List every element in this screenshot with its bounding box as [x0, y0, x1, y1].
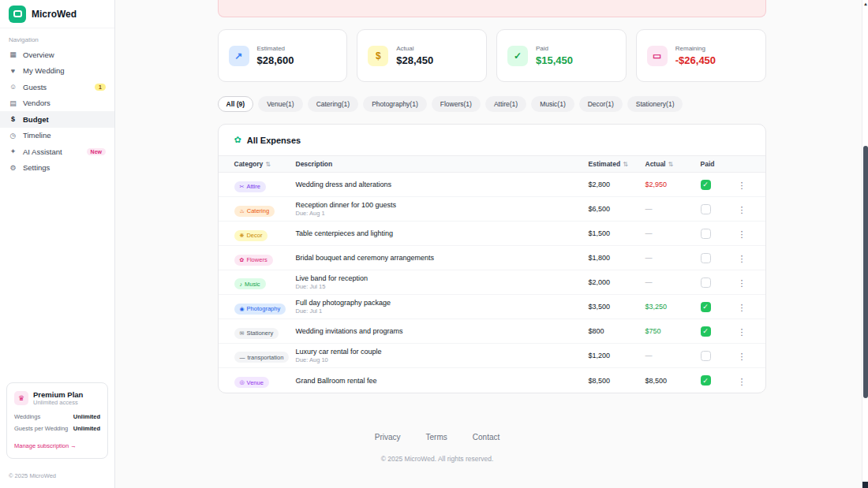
camera-icon: ◉ — [240, 306, 245, 312]
expense-row-decor: ❋DecorTable centerpieces and lighting$1,… — [219, 222, 765, 246]
footer-link-contact[interactable]: Contact — [473, 433, 499, 441]
sidebar-item-ai-assistant[interactable]: ✦AI AssistantNew — [0, 143, 114, 160]
estimated-value: $2,800 — [589, 181, 645, 188]
users-icon: ☺ — [9, 83, 17, 91]
category-badge: ❋Decor — [234, 230, 268, 241]
page-footer: PrivacyTermsContact © 2025 MicroWed. All… — [115, 433, 766, 463]
sidebar-item-label: My Wedding — [23, 66, 65, 75]
sort-icon: ⇅ — [265, 161, 271, 168]
row-menu-icon[interactable]: ⋮ — [735, 229, 750, 239]
grid-icon: ▦ — [9, 50, 17, 58]
row-menu-icon[interactable]: ⋮ — [735, 377, 750, 386]
sidebar-copyright: © 2025 MicroWed — [0, 465, 114, 488]
estimated-value: $800 — [589, 327, 645, 335]
paid-checkbox[interactable]: ✓ — [701, 326, 711, 337]
filter-tabs: All (9)Venue(1)Catering(1)Photography(1)… — [218, 96, 766, 112]
expense-description: Table centerpieces and lighting — [296, 229, 582, 237]
actual-value: $2,950 — [645, 181, 701, 188]
filter-music-1[interactable]: Music(1) — [531, 96, 574, 112]
sidebar: MicroWed Navigation ▦Overview♥My Wedding… — [0, 0, 115, 488]
app-header: MicroWed — [0, 0, 114, 28]
scroll-up-icon[interactable]: ▲ — [863, 2, 868, 6]
wallet-icon: ▭ — [647, 46, 668, 66]
row-menu-icon[interactable]: ⋮ — [735, 181, 750, 190]
row-menu-icon[interactable]: ⋮ — [735, 352, 750, 361]
alert-banner — [218, 0, 766, 17]
dollar-icon: $ — [368, 46, 388, 66]
expense-description: Bridal bouquet and ceremony arrangements — [296, 254, 582, 262]
stat-label: Paid — [536, 45, 573, 52]
stat-card-remaining: ▭Remaining-$26,450 — [636, 29, 766, 82]
sidebar-item-label: AI Assistant — [23, 147, 62, 156]
scrollbar-thumb[interactable] — [863, 146, 868, 398]
stat-card-estimated: ↗Estimated$28,600 — [218, 29, 348, 82]
sidebar-item-guests[interactable]: ☺Guests1 — [0, 79, 114, 95]
manage-subscription-link[interactable]: Manage subscription → — [14, 442, 77, 449]
row-menu-icon[interactable]: ⋮ — [735, 327, 750, 337]
column-header-actual[interactable]: Actual ⇅ — [645, 160, 701, 168]
sidebar-item-settings[interactable]: ⚙Settings — [0, 160, 114, 177]
category-badge: ♨Catering — [234, 206, 275, 217]
paid-checkbox[interactable]: ✓ — [701, 180, 711, 190]
crown-icon: ♛ — [14, 391, 28, 405]
app-logo-icon — [9, 6, 26, 23]
decor-icon: ❋ — [240, 233, 245, 239]
filter-catering-1[interactable]: Catering(1) — [308, 96, 359, 112]
row-menu-icon[interactable]: ⋮ — [735, 205, 750, 214]
footer-links: PrivacyTermsContact — [115, 433, 766, 441]
plan-row: Guests per WeddingUnlimited — [14, 425, 100, 432]
sidebar-item-budget[interactable]: $Budget — [0, 111, 114, 128]
filter-all-9[interactable]: All (9) — [218, 96, 254, 112]
expense-description: Full day photography package — [296, 299, 582, 307]
ai-assistant-badge: New — [87, 148, 106, 155]
row-menu-icon[interactable]: ⋮ — [735, 278, 750, 288]
column-header-category[interactable]: Category ⇅ — [234, 160, 296, 168]
expense-due-date: Due: Jul 15 — [296, 283, 582, 290]
filter-photography-1[interactable]: Photography(1) — [363, 96, 427, 112]
sidebar-item-label: Guests — [23, 83, 47, 91]
filter-decor-1[interactable]: Decor(1) — [579, 96, 623, 112]
column-header-estimated[interactable]: Estimated ⇅ — [589, 160, 645, 168]
check-circle-icon: ✓ — [507, 46, 528, 66]
plan-row-label: Weddings — [14, 413, 40, 420]
filter-attire-1[interactable]: Attire(1) — [485, 96, 526, 112]
plan-row-value: Unlimited — [73, 413, 100, 420]
row-menu-icon[interactable]: ⋮ — [735, 254, 750, 263]
envelope-icon: ✉ — [240, 330, 245, 337]
expense-due-date: Due: Jul 1 — [296, 307, 582, 315]
paid-checkbox[interactable] — [701, 229, 711, 239]
sidebar-item-overview[interactable]: ▦Overview — [0, 47, 114, 63]
sidebar-nav: ▦Overview♥My Wedding☺Guests1▤Vendors$Bud… — [0, 47, 114, 176]
paid-checkbox[interactable] — [701, 253, 711, 263]
paid-checkbox[interactable] — [701, 278, 711, 288]
stat-label: Actual — [396, 45, 433, 52]
main-content: ↗Estimated$28,600$Actual$28,450✓Paid$15,… — [115, 0, 868, 488]
actual-value: — — [645, 254, 701, 262]
footer-link-privacy[interactable]: Privacy — [375, 433, 401, 441]
sidebar-item-vendors[interactable]: ▤Vendors — [0, 95, 114, 112]
expenses-card: ✿ All Expenses Category ⇅DescriptionEsti… — [218, 124, 766, 393]
column-header-paid: Paid — [701, 160, 731, 168]
sidebar-item-label: Vendors — [23, 99, 51, 107]
paid-checkbox[interactable] — [701, 204, 711, 214]
sidebar-item-my-wedding[interactable]: ♥My Wedding — [0, 63, 114, 80]
filter-flowers-1[interactable]: Flowers(1) — [432, 96, 481, 112]
estimated-value: $1,200 — [589, 352, 645, 359]
sidebar-item-timeline[interactable]: ◷Timeline — [0, 128, 114, 144]
sidebar-item-label: Timeline — [23, 131, 51, 140]
plan-subtitle: Unlimited access — [33, 399, 83, 406]
catering-icon: ♨ — [240, 208, 245, 214]
filter-venue-1[interactable]: Venue(1) — [258, 96, 303, 112]
pin-icon: ◎ — [240, 379, 245, 386]
plan-rows: WeddingsUnlimitedGuests per WeddingUnlim… — [14, 413, 100, 432]
paid-checkbox[interactable]: ✓ — [701, 302, 711, 312]
footer-link-terms[interactable]: Terms — [426, 433, 447, 441]
category-badge: ◉Photography — [234, 304, 286, 315]
scrollbar[interactable]: ▲ — [862, 0, 868, 488]
estimated-value: $8,500 — [589, 377, 645, 385]
row-menu-icon[interactable]: ⋮ — [735, 303, 750, 312]
paid-checkbox[interactable] — [701, 351, 711, 361]
paid-checkbox[interactable]: ✓ — [701, 375, 711, 386]
filter-stationery-1[interactable]: Stationery(1) — [627, 96, 683, 112]
scrollbar-corner — [862, 482, 868, 488]
